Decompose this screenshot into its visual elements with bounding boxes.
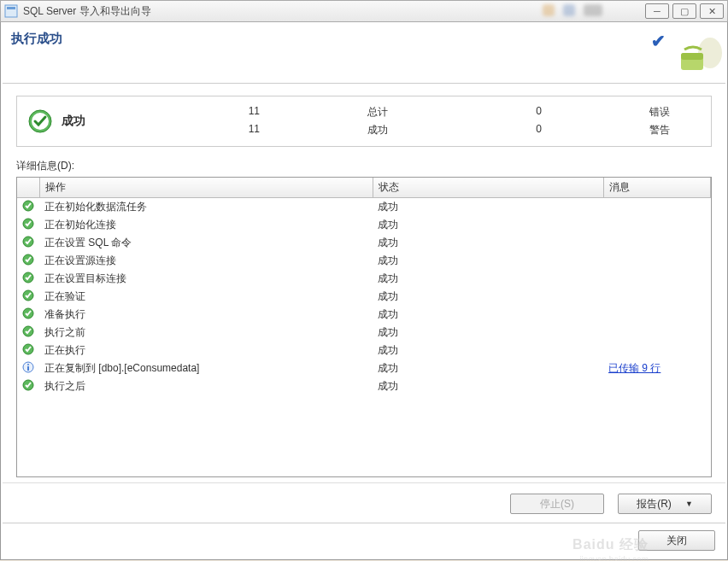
close-window-button[interactable]: ✕ [700, 3, 724, 19]
chevron-down-icon: ▼ [685, 500, 693, 508]
row-status: 成功 [373, 377, 603, 395]
header-decorative-art [676, 34, 724, 79]
row-status: 成功 [373, 359, 603, 377]
col-status[interactable]: 状态 [373, 178, 603, 198]
row-message [603, 288, 711, 306]
row-message [603, 306, 711, 324]
row-operation: 正在验证 [39, 288, 373, 306]
row-operation: 正在设置目标连接 [39, 270, 373, 288]
row-operation: 正在设置源连接 [39, 252, 373, 270]
row-message [603, 252, 711, 270]
stop-button: 停止(S) [510, 494, 604, 514]
check-icon [22, 272, 34, 283]
col-message[interactable]: 消息 [603, 178, 711, 198]
row-status: 成功 [373, 270, 603, 288]
row-message: 已传输 9 行 [603, 359, 711, 377]
summary-box: 成功 11 总计 0 错误 11 成功 0 警告 [16, 96, 712, 147]
window-title: SQL Server 导入和导出向导 [23, 4, 532, 19]
col-operation[interactable]: 操作 [39, 178, 373, 198]
success-icon [27, 108, 53, 134]
message-link[interactable]: 已传输 9 行 [608, 362, 660, 374]
report-button[interactable]: 报告(R) ▼ [618, 494, 712, 514]
close-button[interactable]: 关闭 [638, 530, 715, 551]
table-row[interactable]: 正在复制到 [dbo].[eConsumedata]成功已传输 9 行 [17, 359, 711, 377]
row-message [603, 324, 711, 342]
row-icon-cell [17, 359, 39, 377]
table-row[interactable]: 正在执行成功 [17, 342, 711, 359]
row-icon-cell [17, 324, 39, 342]
row-message [603, 198, 711, 217]
details-table-container[interactable]: 操作 状态 消息 正在初始化数据流任务成功正在初始化连接成功正在设置 SQL 命… [16, 177, 712, 477]
row-operation: 正在执行 [39, 342, 373, 359]
table-row[interactable]: 正在初始化连接成功 [17, 216, 711, 234]
row-message [603, 270, 711, 288]
summary-stats: 11 总计 0 错误 11 成功 0 警告 [239, 105, 701, 137]
header-band: 执行成功 ✔ [3, 24, 725, 84]
row-operation: 执行之后 [39, 377, 373, 395]
summary-label: 成功 [62, 114, 85, 129]
app-icon [4, 4, 18, 18]
check-icon [22, 325, 34, 337]
table-row[interactable]: 正在初始化数据流任务成功 [17, 198, 711, 217]
table-row[interactable]: 正在验证成功 [17, 288, 711, 306]
row-message [603, 377, 711, 395]
warn-label: 警告 [649, 123, 701, 137]
row-message [603, 234, 711, 252]
info-icon [22, 361, 34, 373]
action-button-row: 停止(S) 报告(R) ▼ [3, 482, 725, 523]
table-row[interactable]: 正在设置目标连接成功 [17, 270, 711, 288]
table-row[interactable]: 执行之前成功 [17, 324, 711, 342]
check-icon [22, 218, 34, 230]
row-icon-cell [17, 252, 39, 270]
row-operation: 正在设置 SQL 命令 [39, 234, 373, 252]
row-icon-cell [17, 306, 39, 324]
table-row[interactable]: 正在设置 SQL 命令成功 [17, 234, 711, 252]
row-status: 成功 [373, 252, 603, 270]
row-status: 成功 [373, 342, 603, 359]
maximize-button[interactable]: ▢ [672, 3, 696, 19]
details-label: 详细信息(D): [16, 159, 712, 173]
row-status: 成功 [373, 198, 603, 217]
row-operation: 准备执行 [39, 306, 373, 324]
row-icon-cell [17, 377, 39, 395]
warn-count: 0 [521, 123, 547, 137]
check-icon [22, 254, 34, 266]
header-check-icon: ✔ [651, 31, 666, 51]
row-operation: 正在复制到 [dbo].[eConsumedata] [39, 359, 373, 377]
row-operation: 正在初始化数据流任务 [39, 198, 373, 217]
row-icon-cell [17, 342, 39, 359]
details-table: 操作 状态 消息 正在初始化数据流任务成功正在初始化连接成功正在设置 SQL 命… [17, 178, 711, 395]
row-status: 成功 [373, 234, 603, 252]
row-operation: 执行之前 [39, 324, 373, 342]
row-icon-cell [17, 234, 39, 252]
page-title: 执行成功 [11, 31, 62, 47]
success-count: 11 [239, 123, 265, 137]
svg-rect-18 [27, 366, 29, 371]
svg-rect-4 [681, 53, 703, 60]
row-status: 成功 [373, 288, 603, 306]
error-label: 错误 [649, 105, 701, 120]
check-icon [22, 379, 34, 391]
minimize-button[interactable]: ─ [645, 3, 669, 19]
row-icon-cell [17, 270, 39, 288]
table-row[interactable]: 正在设置源连接成功 [17, 252, 711, 270]
row-status: 成功 [373, 324, 603, 342]
error-count: 0 [521, 105, 547, 120]
titlebar: SQL Server 导入和导出向导 ─ ▢ ✕ [0, 0, 728, 22]
blurred-background-icons [543, 4, 645, 18]
report-button-label: 报告(R) [637, 497, 672, 511]
row-message [603, 342, 711, 359]
success-label: 成功 [367, 123, 419, 137]
check-icon [22, 307, 34, 319]
check-icon [22, 289, 34, 301]
col-icon[interactable] [17, 178, 39, 198]
table-row[interactable]: 执行之后成功 [17, 377, 711, 395]
watermark-sub: jingyan.baidu.com [579, 555, 649, 561]
row-operation: 正在初始化连接 [39, 216, 373, 234]
row-icon-cell [17, 288, 39, 306]
svg-rect-1 [7, 7, 15, 9]
svg-point-17 [27, 364, 29, 365]
row-icon-cell [17, 198, 39, 217]
table-row[interactable]: 准备执行成功 [17, 306, 711, 324]
check-icon [22, 200, 34, 212]
